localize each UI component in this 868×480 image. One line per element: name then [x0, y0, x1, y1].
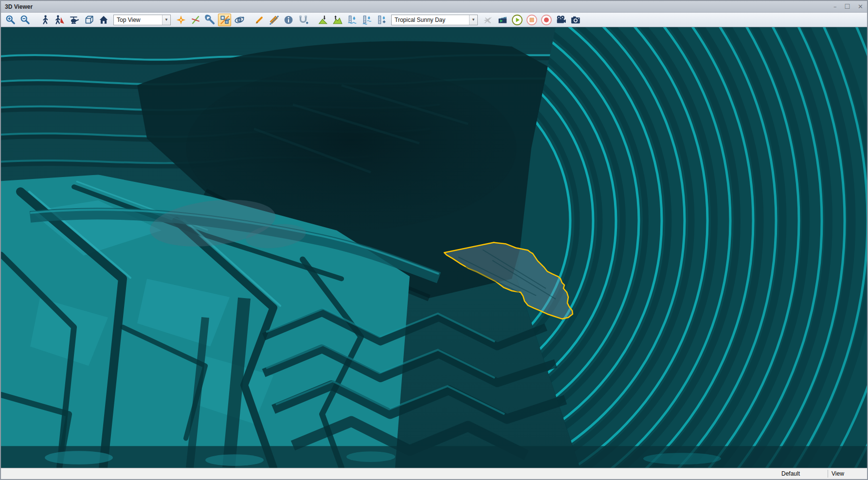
water-level-add-icon [376, 15, 387, 25]
show-axes-icon [190, 15, 201, 25]
center-point-star-icon [176, 15, 186, 25]
orbit-model-icon [234, 15, 245, 25]
photo-capture-button[interactable] [569, 14, 582, 26]
terrain-3d-view[interactable] [1, 27, 867, 468]
tools-button[interactable] [203, 14, 217, 26]
maximize-button[interactable]: ☐ [844, 3, 850, 10]
draw-button[interactable] [253, 14, 266, 26]
draw-pencil-icon [254, 15, 265, 25]
walk-mode-button[interactable] [38, 14, 52, 26]
water-level-down-icon [347, 15, 358, 25]
terrain-lower-button[interactable] [316, 14, 329, 26]
water-level-up-button[interactable] [360, 14, 373, 26]
water-level-up-icon [362, 15, 372, 25]
fly-mode-icon [69, 15, 80, 25]
flight-path-disabled-icon [483, 15, 493, 25]
video-capture-icon [556, 15, 566, 25]
terrain-raise-button[interactable] [331, 14, 344, 26]
movie-clapper-button[interactable] [496, 14, 509, 26]
tools-wrench-icon [205, 15, 216, 25]
water-level-add-button[interactable] [375, 14, 388, 26]
titlebar[interactable]: 3D Viewer – ☐ ✕ [1, 1, 867, 13]
minimize-button[interactable]: – [833, 3, 837, 10]
chevron-down-icon[interactable]: ▼ [162, 15, 170, 25]
close-button[interactable]: ✕ [858, 3, 863, 10]
fly-mode-button[interactable] [68, 14, 81, 26]
snap-magnet-button[interactable] [296, 14, 309, 26]
water-level-down-button[interactable] [345, 14, 359, 26]
walk-path-button[interactable] [53, 14, 66, 26]
statusbar-profile: Default [754, 470, 828, 477]
terrain-lower-icon [318, 15, 328, 25]
stop-animation-button[interactable] [525, 14, 538, 26]
statusbar-view-mode: View [828, 470, 867, 477]
photo-capture-icon [570, 15, 581, 25]
lighting-preset-combobox[interactable]: Tropical Sunny Day ▼ [391, 15, 478, 25]
free-rotate-button[interactable] [82, 14, 95, 26]
3d-viewer-window: 3D Viewer – ☐ ✕ [0, 0, 868, 480]
record-animation-button[interactable] [540, 14, 553, 26]
walk-path-icon [54, 15, 65, 25]
window-title: 3D Viewer [5, 3, 33, 10]
toolbar: Top View ▼ [1, 13, 867, 27]
measure-button[interactable] [267, 14, 280, 26]
slope-display-toggle-button[interactable] [218, 14, 231, 26]
lighting-preset-value: Tropical Sunny Day [392, 17, 469, 23]
query-info-button[interactable] [282, 14, 295, 26]
terrain-raise-icon [332, 15, 343, 25]
terrain-bottom-band [1, 446, 867, 468]
stop-animation-icon [526, 14, 538, 26]
play-animation-button[interactable] [510, 14, 524, 26]
video-capture-button[interactable] [554, 14, 567, 26]
record-animation-icon [541, 14, 552, 26]
movie-clapper-icon [497, 15, 508, 25]
chevron-down-icon[interactable]: ▼ [469, 15, 477, 25]
orbit-model-button[interactable] [233, 14, 246, 26]
free-rotate-cube-icon [84, 15, 94, 25]
snap-magnet-icon [298, 15, 308, 25]
zoom-in-icon [5, 15, 16, 25]
home-icon [98, 15, 109, 25]
slope-display-icon [219, 15, 230, 25]
view-preset-value: Top View [114, 17, 162, 23]
measure-tape-icon [269, 15, 279, 25]
zoom-out-icon [20, 15, 31, 25]
show-axes-button[interactable] [189, 14, 202, 26]
zoom-out-button[interactable] [18, 14, 32, 26]
statusbar: Default View [1, 468, 867, 479]
walk-mode-icon [40, 15, 51, 25]
center-point-button[interactable] [174, 14, 187, 26]
query-info-icon [283, 15, 294, 25]
window-controls: – ☐ ✕ [833, 3, 863, 10]
play-animation-icon [511, 14, 523, 26]
view-preset-combobox[interactable]: Top View ▼ [113, 15, 171, 25]
flight-path-button[interactable] [481, 14, 494, 26]
terrain-render [1, 27, 867, 468]
home-view-button[interactable] [97, 14, 110, 26]
zoom-in-button[interactable] [4, 14, 17, 26]
